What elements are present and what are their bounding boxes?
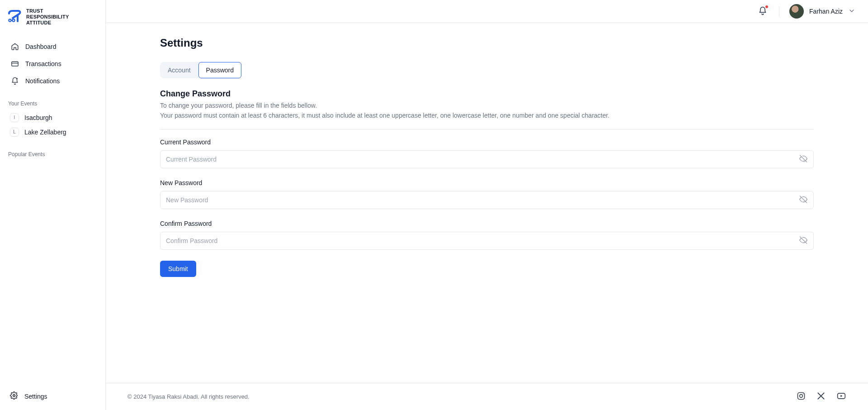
content: Settings Account Password Change Passwor… (106, 23, 868, 383)
svg-rect-2 (12, 62, 18, 66)
divider (779, 6, 779, 16)
tab-password[interactable]: Password (198, 62, 241, 78)
change-password-form: Change Password To change your password,… (160, 89, 814, 277)
svg-point-0 (9, 19, 11, 22)
toggle-visibility-button[interactable] (797, 234, 809, 247)
youtube-link[interactable] (836, 391, 846, 402)
svg-marker-12 (840, 395, 842, 397)
settings-tabs: Account Password (160, 62, 241, 78)
sidebar-item-transactions[interactable]: Transactions (8, 56, 99, 72)
primary-nav: Dashboard Transactions Notifications (8, 39, 99, 89)
submit-button[interactable]: Submit (160, 261, 196, 277)
current-password-input[interactable] (160, 150, 814, 168)
form-description-line-2: Your password must contain at least 6 ch… (160, 110, 814, 120)
eye-off-icon (799, 195, 807, 205)
sidebar-item-label: Transactions (25, 60, 61, 67)
user-menu[interactable]: Farhan Aziz (789, 4, 855, 19)
user-name: Farhan Aziz (809, 8, 843, 15)
sidebar-item-label: Notifications (25, 77, 60, 85)
brand-text: TRUST RESPONSIBILITY ATTITUDE (26, 8, 69, 26)
topbar: Farhan Aziz (106, 0, 868, 23)
x-link[interactable] (816, 391, 826, 402)
event-label: Isacburgh (24, 114, 52, 121)
sidebar-item-notifications[interactable]: Notifications (8, 73, 99, 89)
card-icon (11, 60, 19, 68)
confirm-password-label: Confirm Password (160, 220, 814, 227)
event-item[interactable]: L Lake Zellaberg (8, 125, 99, 139)
eye-off-icon (799, 154, 807, 164)
avatar (789, 4, 804, 19)
svg-point-9 (800, 395, 803, 398)
copyright-text: © 2024 Tiyasa Raksi Abadi. All rights re… (127, 393, 250, 400)
toggle-visibility-button[interactable] (797, 153, 809, 166)
svg-point-1 (12, 19, 14, 22)
toggle-visibility-button[interactable] (797, 193, 809, 206)
event-avatar: L (10, 128, 19, 137)
form-heading: Change Password (160, 89, 814, 99)
brand-line-3: ATTITUDE (26, 20, 69, 26)
tab-account[interactable]: Account (160, 62, 198, 78)
page-title: Settings (160, 37, 814, 49)
form-description-line-1: To change your password, please fill in … (160, 100, 814, 110)
event-item[interactable]: I Isacburgh (8, 110, 99, 125)
x-icon (816, 391, 826, 402)
confirm-password-input[interactable] (160, 232, 814, 250)
brand-logo-icon (8, 10, 22, 24)
sidebar-item-label: Settings (24, 393, 47, 400)
gear-icon (10, 391, 18, 401)
brand-line-1: TRUST (26, 8, 69, 14)
svg-rect-8 (798, 393, 805, 400)
brand: TRUST RESPONSIBILITY ATTITUDE (8, 8, 99, 26)
event-avatar: I (10, 113, 19, 122)
current-password-label: Current Password (160, 138, 814, 146)
youtube-icon (836, 391, 846, 402)
event-label: Lake Zellaberg (24, 129, 66, 136)
divider (160, 129, 814, 129)
eye-off-icon (799, 236, 807, 245)
popular-events-heading: Popular Events (8, 151, 99, 157)
svg-point-4 (13, 395, 15, 397)
sidebar-item-settings[interactable]: Settings (8, 388, 99, 405)
bell-dot-icon (11, 77, 19, 85)
notifications-button[interactable] (756, 5, 769, 19)
instagram-link[interactable] (797, 391, 806, 402)
sidebar-item-dashboard[interactable]: Dashboard (8, 39, 99, 54)
your-events-list: I Isacburgh L Lake Zellaberg (8, 110, 99, 139)
social-links (797, 391, 846, 402)
home-icon (11, 43, 19, 51)
your-events-heading: Your Events (8, 100, 99, 107)
brand-line-2: RESPONSIBILITY (26, 14, 69, 20)
notification-dot-icon (765, 5, 768, 8)
sidebar-item-label: Dashboard (25, 43, 57, 50)
footer: © 2024 Tiyasa Raksi Abadi. All rights re… (106, 383, 868, 410)
sidebar: TRUST RESPONSIBILITY ATTITUDE Dashboard … (0, 0, 106, 410)
svg-point-3 (16, 78, 18, 79)
new-password-label: New Password (160, 179, 814, 186)
instagram-icon (797, 391, 806, 402)
new-password-input[interactable] (160, 191, 814, 209)
svg-point-10 (803, 394, 804, 395)
chevron-down-icon (848, 7, 855, 16)
